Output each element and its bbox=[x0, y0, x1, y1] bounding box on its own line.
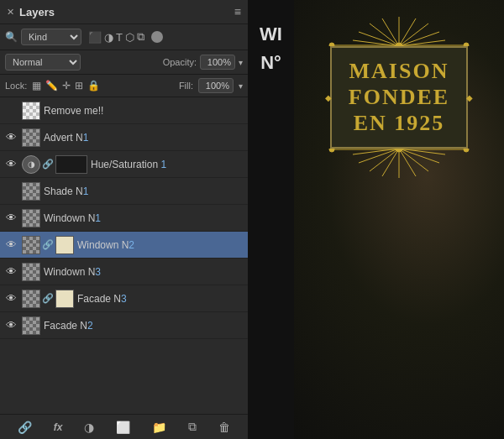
layer-visibility-toggle[interactable]: 👁 bbox=[3, 158, 18, 170]
layer-visibility-toggle[interactable]: 👁 bbox=[3, 319, 18, 332]
layer-row[interactable]: 👁 Windown N3 bbox=[0, 259, 248, 285]
eye-icon[interactable]: 👁 bbox=[6, 158, 17, 170]
layer-name: Windown N2 bbox=[77, 239, 244, 251]
lock-all-icon[interactable]: 🔒 bbox=[87, 80, 100, 91]
adjustment-filter-icon[interactable]: ◑ bbox=[104, 31, 113, 44]
layer-visibility-toggle[interactable]: 👁 bbox=[3, 185, 18, 197]
layer-thumbnail bbox=[22, 102, 40, 120]
layers-panel: ✕ Layers ≡ 🔍 Kind Name ⬛ ◑ T ⬡ ⧉ Normal … bbox=[0, 0, 248, 439]
scene-text-no: N° bbox=[260, 54, 281, 72]
sign-line-3: EN 1925 bbox=[349, 110, 449, 136]
layer-thumbnail bbox=[22, 236, 40, 254]
sign-line-2: FONDEE bbox=[349, 84, 449, 110]
eye-icon[interactable]: 👁 bbox=[6, 238, 17, 251]
layer-visibility-toggle[interactable]: 👁 bbox=[3, 265, 18, 278]
search-icon: 🔍 bbox=[5, 31, 18, 43]
layer-row[interactable]: 👁 🔗 Facade N3 bbox=[0, 285, 248, 312]
layer-name: Facade N3 bbox=[77, 293, 244, 305]
eye-icon[interactable]: 👁 bbox=[6, 319, 17, 332]
link-layers-button[interactable]: 🔗 bbox=[18, 421, 32, 434]
layer-row[interactable]: 👁 Advert N1 bbox=[0, 124, 248, 151]
layer-mask-thumbnail bbox=[55, 155, 87, 174]
lock-position-icon[interactable]: ✛ bbox=[62, 80, 71, 91]
svg-line-1 bbox=[382, 18, 399, 46]
layer-row[interactable]: 👁 ◑ 🔗 Hue/Saturation 1 bbox=[0, 151, 248, 178]
delete-layer-button[interactable]: 🗑 bbox=[218, 421, 230, 434]
top-rays-decoration bbox=[323, 17, 475, 46]
layer-thumb-wrap bbox=[22, 182, 40, 201]
svg-line-14 bbox=[382, 149, 399, 176]
eye-icon[interactable]: 👁 bbox=[6, 265, 17, 278]
layer-row[interactable]: 👁 Facade N2 bbox=[0, 312, 248, 339]
layer-visibility-toggle[interactable]: 👁 bbox=[3, 212, 18, 224]
svg-line-18 bbox=[399, 149, 416, 176]
layer-visibility-toggle[interactable]: 👁 bbox=[3, 131, 18, 144]
layer-visibility-toggle[interactable]: 👁 bbox=[3, 238, 18, 251]
eye-icon[interactable]: 👁 bbox=[6, 131, 17, 144]
add-mask-button[interactable]: ◑ bbox=[84, 421, 94, 434]
layer-visibility-toggle[interactable]: 👁 bbox=[3, 104, 18, 117]
kind-select[interactable]: Kind Name bbox=[21, 29, 81, 45]
layer-thumb-wrap: 🔗 bbox=[22, 290, 74, 308]
panel-menu-icon[interactable]: ≡ bbox=[234, 5, 241, 18]
scene-text-wi: WI bbox=[260, 25, 282, 44]
layer-name: Hue/Saturation 1 bbox=[91, 159, 244, 170]
svg-line-5 bbox=[399, 18, 416, 46]
link-icon: 🔗 bbox=[42, 159, 54, 170]
layer-name: Advert N1 bbox=[44, 132, 244, 144]
svg-point-25 bbox=[464, 149, 469, 152]
lock-transparent-icon[interactable]: ▦ bbox=[32, 80, 41, 91]
svg-line-7 bbox=[399, 32, 439, 46]
sign-area: ◆ MAISON FONDEE EN 1925 ◆ bbox=[302, 17, 496, 178]
layer-row[interactable]: 👁 Shade N1 bbox=[0, 178, 248, 205]
panel-title: Layers bbox=[19, 6, 55, 18]
svg-line-3 bbox=[359, 32, 399, 46]
fill-label: Fill: bbox=[179, 81, 193, 91]
pixel-filter-icon[interactable]: ⬛ bbox=[88, 31, 102, 44]
layer-mask-thumbnail bbox=[55, 236, 74, 254]
blend-mode-select[interactable]: Normal Dissolve Multiply Overlay bbox=[5, 54, 81, 71]
svg-point-23 bbox=[396, 149, 402, 152]
layer-name: Windown N3 bbox=[44, 266, 244, 278]
shape-filter-icon[interactable]: ⬡ bbox=[125, 31, 134, 44]
group-layers-button[interactable]: 📁 bbox=[152, 421, 166, 434]
layer-thumbnail bbox=[22, 128, 40, 147]
layer-name: Shade N1 bbox=[44, 186, 244, 197]
kind-icons: ⬛ ◑ T ⬡ ⧉ bbox=[88, 30, 144, 44]
type-filter-icon[interactable]: T bbox=[116, 31, 123, 44]
panel-titlebar: ✕ Layers ≡ bbox=[0, 0, 248, 24]
new-layer-button[interactable]: ⧉ bbox=[188, 420, 197, 434]
bottom-rays-decoration bbox=[323, 149, 475, 178]
opacity-input[interactable] bbox=[200, 55, 235, 70]
layer-thumbnail bbox=[22, 290, 40, 308]
fill-input[interactable] bbox=[198, 78, 234, 93]
layer-thumb-wrap bbox=[22, 263, 40, 281]
scene-left-panel: WI N° bbox=[248, 0, 294, 439]
layer-thumb-wrap bbox=[22, 128, 40, 147]
scene-content: WI N° bbox=[248, 0, 504, 439]
kind-bar: 🔍 Kind Name ⬛ ◑ T ⬡ ⧉ bbox=[0, 24, 248, 50]
layer-mask-thumbnail bbox=[55, 290, 74, 308]
panel-toolbar: 🔗 fx ◑ ⬜ 📁 ⧉ 🗑 bbox=[0, 414, 248, 439]
layer-visibility-toggle[interactable]: 👁 bbox=[3, 292, 18, 305]
adjustment-layer-button[interactable]: ⬜ bbox=[116, 421, 130, 434]
fx-button[interactable]: fx bbox=[54, 421, 63, 433]
lock-pixels-icon[interactable]: ✏️ bbox=[45, 80, 58, 91]
close-icon[interactable]: ✕ bbox=[7, 7, 14, 18]
eye-icon[interactable]: 👁 bbox=[6, 292, 17, 305]
layer-thumb-wrap bbox=[22, 316, 40, 335]
layer-row[interactable]: 👁 Windown N1 bbox=[0, 205, 248, 232]
opacity-label: Opacity: bbox=[163, 57, 197, 67]
layer-thumb-wrap bbox=[22, 102, 40, 120]
lock-artboard-icon[interactable]: ⊞ bbox=[75, 80, 83, 91]
sign-line-1: MAISON bbox=[349, 58, 449, 84]
opacity-arrow-icon[interactable]: ▾ bbox=[239, 58, 243, 67]
titlebar-left: ✕ Layers bbox=[7, 6, 55, 18]
lock-bar: Lock: ▦ ✏️ ✛ ⊞ 🔒 Fill: ▾ bbox=[0, 75, 248, 97]
layer-row[interactable]: 👁 🔗 Windown N2 bbox=[0, 232, 248, 259]
layer-thumb-wrap: 🔗 bbox=[22, 236, 74, 254]
eye-icon[interactable]: 👁 bbox=[6, 212, 17, 224]
layer-row[interactable]: 👁 Remove me!! bbox=[0, 97, 248, 124]
smartobject-filter-icon[interactable]: ⧉ bbox=[137, 30, 144, 44]
fill-arrow-icon[interactable]: ▾ bbox=[239, 81, 243, 91]
